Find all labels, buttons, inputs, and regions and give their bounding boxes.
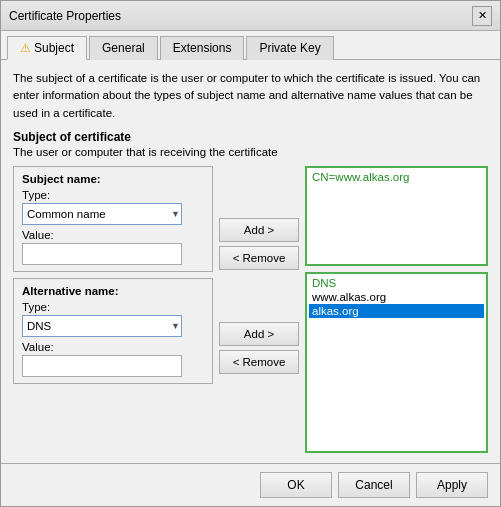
ok-button[interactable]: OK [260,472,332,498]
tab-private-key[interactable]: Private Key [246,36,333,60]
content-area: The subject of a certificate is the user… [1,60,500,463]
alt-type-label: Type: [22,301,204,313]
description-text: The subject of a certificate is the user… [13,70,488,122]
alt-name-label: Alternative name: [22,285,204,297]
warning-icon: ⚠ [20,41,31,55]
subject-type-wrapper: Common name Organization Organizational … [22,203,182,225]
certificate-properties-dialog: Certificate Properties ✕ ⚠Subject Genera… [0,0,501,507]
left-column: Subject name: Type: Common name Organiza… [13,166,213,453]
cancel-button[interactable]: Cancel [338,472,410,498]
alt-type-wrapper: DNS Email UPN URL IP address ▼ [22,315,182,337]
subject-cert-title: Subject of certificate [13,130,488,144]
subject-value-input[interactable] [22,243,182,265]
middle-column: Add > < Remove Add > < Remove [213,166,305,453]
subject-remove-button[interactable]: < Remove [219,246,299,270]
apply-button[interactable]: Apply [416,472,488,498]
subject-list[interactable]: CN=www.alkas.org [305,166,488,266]
subject-add-button[interactable]: Add > [219,218,299,242]
subject-name-box: Subject name: Type: Common name Organiza… [13,166,213,272]
subject-value-label: Value: [22,229,204,241]
close-button[interactable]: ✕ [472,6,492,26]
subject-buttons: Add > < Remove [219,218,299,270]
alt-value-label: Value: [22,341,204,353]
alt-name-box: Alternative name: Type: DNS Email UPN UR… [13,278,213,384]
alt-type-select[interactable]: DNS Email UPN URL IP address [22,315,182,337]
tab-bar: ⚠Subject General Extensions Private Key [1,31,500,60]
alt-list-item-2[interactable]: alkas.org [309,304,484,318]
subject-name-label: Subject name: [22,173,204,185]
subject-cert-sub: The user or computer that is receiving t… [13,146,488,158]
alt-add-button[interactable]: Add > [219,322,299,346]
alt-remove-button[interactable]: < Remove [219,350,299,374]
subject-list-item[interactable]: CN=www.alkas.org [309,170,484,184]
subject-type-select[interactable]: Common name Organization Organizational … [22,203,182,225]
main-area: Subject name: Type: Common name Organiza… [13,166,488,453]
dialog-title: Certificate Properties [9,9,121,23]
alt-list-item-1[interactable]: www.alkas.org [309,290,484,304]
subject-type-label: Type: [22,189,204,201]
tab-general[interactable]: General [89,36,158,60]
alt-list-header[interactable]: DNS [309,276,484,290]
right-column: CN=www.alkas.org DNS www.alkas.org alkas… [305,166,488,453]
alt-buttons: Add > < Remove [219,322,299,374]
alt-value-input[interactable] [22,355,182,377]
alt-list[interactable]: DNS www.alkas.org alkas.org [305,272,488,453]
title-bar: Certificate Properties ✕ [1,1,500,31]
tab-extensions[interactable]: Extensions [160,36,245,60]
tab-subject[interactable]: ⚠Subject [7,36,87,60]
footer: OK Cancel Apply [1,463,500,506]
